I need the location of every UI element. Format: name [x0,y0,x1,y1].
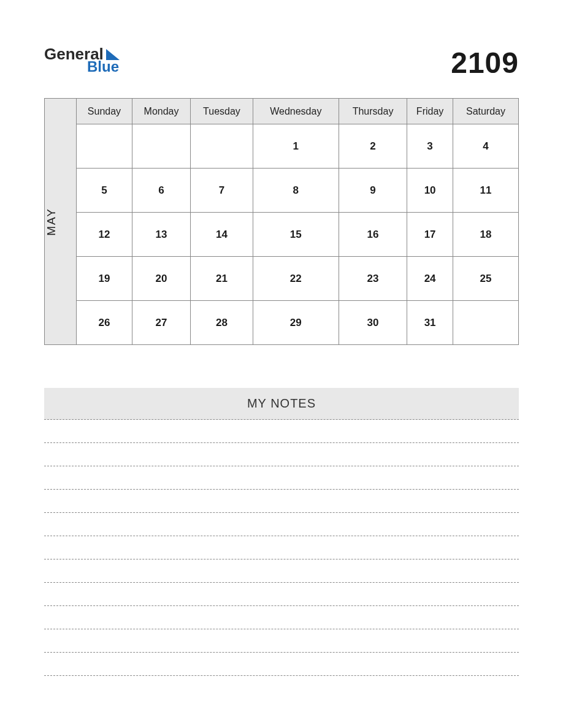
day-cell: 31 [407,301,453,345]
calendar-week-row: 1 2 3 4 [45,124,519,169]
calendar-week-row: 26 27 28 29 30 31 [45,301,519,345]
day-cell [77,124,132,169]
note-line [44,443,519,466]
day-cell: 1 [253,124,339,169]
note-line [44,559,519,583]
calendar-week-row: 19 20 21 22 23 24 25 [45,257,519,301]
day-cell: 20 [132,257,190,301]
year-label: 2109 [451,46,519,80]
day-cell: 19 [77,257,132,301]
day-cell: 6 [132,169,190,213]
day-cell: 3 [407,124,453,169]
day-cell: 18 [453,213,518,257]
calendar-week-row: 12 13 14 15 16 17 18 [45,213,519,257]
note-lines-container [44,420,519,676]
day-cell: 9 [339,169,407,213]
day-header-sunday: Sunday [77,99,132,124]
note-line [44,490,519,513]
note-line [44,629,519,653]
day-cell: 24 [407,257,453,301]
note-line [44,583,519,606]
logo: General Blue [44,46,120,74]
day-cell [132,124,190,169]
day-cell: 16 [339,213,407,257]
note-line [44,653,519,676]
day-cell: 10 [407,169,453,213]
notes-section: MY NOTES [44,388,519,676]
day-header-monday: Monday [132,99,190,124]
note-line [44,513,519,536]
day-cell: 13 [132,213,190,257]
calendar-table: MAY Sunday Monday Tuesday Wednesday Thur… [44,98,519,345]
day-cell: 25 [453,257,518,301]
day-cell: 27 [132,301,190,345]
day-cell: 22 [253,257,339,301]
day-cell [453,301,518,345]
day-cell: 14 [191,213,253,257]
note-line [44,606,519,629]
day-cell [191,124,253,169]
note-line [44,420,519,443]
day-header-friday: Friday [407,99,453,124]
day-cell: 8 [253,169,339,213]
note-line [44,466,519,490]
day-cell: 17 [407,213,453,257]
day-cell: 23 [339,257,407,301]
notes-title: MY NOTES [44,388,519,420]
month-label-cell: MAY [45,99,77,345]
calendar-header-row: MAY Sunday Monday Tuesday Wednesday Thur… [45,99,519,124]
day-header-tuesday: Tuesday [191,99,253,124]
day-cell: 5 [77,169,132,213]
note-line [44,536,519,559]
day-header-saturday: Saturday [453,99,518,124]
day-cell: 15 [253,213,339,257]
day-cell: 4 [453,124,518,169]
logo-word-blue: Blue [87,59,120,74]
header: General Blue 2109 [44,46,519,80]
day-cell: 29 [253,301,339,345]
calendar-week-row: 5 6 7 8 9 10 11 [45,169,519,213]
day-cell: 2 [339,124,407,169]
day-cell: 26 [77,301,132,345]
month-label: MAY [45,208,58,236]
day-cell: 28 [191,301,253,345]
day-cell: 7 [191,169,253,213]
day-header-thursday: Thursday [339,99,407,124]
day-cell: 11 [453,169,518,213]
day-header-wednesday: Wednesday [253,99,339,124]
day-cell: 30 [339,301,407,345]
day-cell: 21 [191,257,253,301]
day-cell: 12 [77,213,132,257]
